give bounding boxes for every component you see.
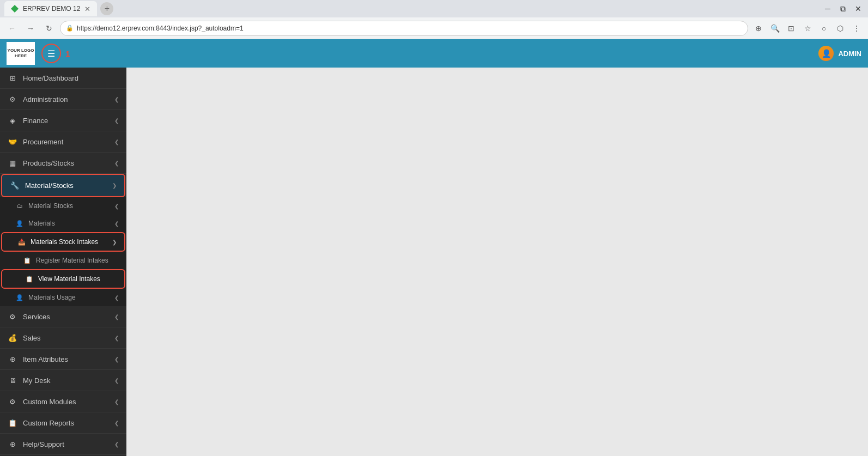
sidebar-item-label: Home/Dashboard bbox=[23, 74, 119, 82]
register-icon: 📋 bbox=[23, 256, 32, 265]
custom-reports-icon: 📋 bbox=[8, 418, 17, 428]
chevron-icon: ❮ bbox=[114, 378, 119, 384]
reload-button[interactable]: ↻ bbox=[41, 21, 57, 36]
view-icon: 📋 bbox=[25, 275, 34, 283]
hamburger-button[interactable]: ☰ bbox=[41, 44, 61, 63]
stock-intakes-icon: 📥 bbox=[17, 238, 26, 246]
sidebar-item-my-desk[interactable]: 🖥 My Desk ❮ bbox=[0, 370, 126, 391]
restore-button[interactable]: ⧉ bbox=[837, 3, 848, 14]
sidebar-item-materials-sub[interactable]: 👤 Materials ❮ bbox=[0, 215, 126, 232]
sidebar-item-label: Administration bbox=[23, 95, 109, 104]
item-attributes-icon: ⊕ bbox=[8, 354, 17, 364]
tab-title: ERPREV DEMO 12 bbox=[23, 5, 80, 13]
help-support-icon: ⊕ bbox=[8, 439, 17, 449]
sub-menu-material-stocks: 🗂 Material Stocks ❮ 👤 Materials ❮ 📥 Mate… bbox=[0, 197, 126, 306]
cast-icon[interactable]: ⊡ bbox=[784, 21, 798, 35]
sidebar-item-custom-reports[interactable]: 📋 Custom Reports ❮ bbox=[0, 412, 126, 434]
sidebar-item-label: My Desk bbox=[23, 376, 109, 385]
sidebar-item-label: Register Material Intakes bbox=[36, 257, 108, 264]
sidebar-item-label: Services bbox=[23, 313, 109, 321]
sidebar-item-custom-modules[interactable]: ⚙ Custom Modules ❮ bbox=[0, 391, 126, 412]
content-area bbox=[126, 68, 868, 456]
sidebar-item-administration[interactable]: ⚙ Administration ❮ bbox=[0, 89, 126, 110]
menu-icon[interactable]: ⋮ bbox=[849, 21, 864, 35]
sidebar-item-label: Material/Stocks bbox=[25, 181, 107, 190]
browser-titlebar: ERPREV DEMO 12 ✕ + ─ ⧉ ✕ bbox=[0, 0, 868, 17]
custom-modules-icon: ⚙ bbox=[8, 397, 17, 406]
sidebar-item-label: Sales bbox=[23, 334, 109, 342]
sidebar: ⊞ Home/Dashboard ⚙ Administration ❮ ◈ Fi… bbox=[0, 68, 126, 456]
services-icon: ⚙ bbox=[8, 312, 17, 321]
sidebar-item-label: Materials Stock Intakes bbox=[31, 238, 98, 246]
url-text: https://demo12.erprev.com:8443/index.jsp… bbox=[77, 25, 244, 32]
finance-icon: ◈ bbox=[8, 115, 17, 125]
sidebar-item-home[interactable]: ⊞ Home/Dashboard bbox=[0, 68, 126, 89]
sidebar-item-label: Item Attributes bbox=[23, 355, 109, 363]
chevron-icon: ❮ bbox=[114, 399, 119, 405]
sidebar-item-label: Products/Stocks bbox=[23, 159, 109, 167]
sidebar-item-label: Procurement bbox=[23, 138, 109, 146]
my-desk-icon: 🖥 bbox=[8, 375, 17, 385]
sidebar-item-sales[interactable]: 💰 Sales ❮ bbox=[0, 327, 126, 349]
products-icon: ▦ bbox=[8, 158, 17, 168]
chevron-icon: ❮ bbox=[114, 221, 119, 227]
app-container: YOUR LOGO HERE ☰ 1 👤 ADMIN ⊞ Home/Dashbo… bbox=[0, 39, 868, 456]
sidebar-item-view-material-intakes[interactable]: 📋 View Material Intakes bbox=[2, 270, 124, 288]
chevron-icon: ❮ bbox=[114, 314, 119, 320]
tab-close-button[interactable]: ✕ bbox=[84, 5, 90, 13]
chevron-icon: ❮ bbox=[114, 160, 119, 166]
browser-tab[interactable]: ERPREV DEMO 12 ✕ bbox=[4, 1, 97, 16]
window-controls: ─ ⧉ ✕ bbox=[822, 3, 864, 14]
sidebar-item-label: Custom Modules bbox=[23, 398, 109, 406]
extensions-icon[interactable]: ⬡ bbox=[833, 21, 847, 35]
minimize-button[interactable]: ─ bbox=[822, 3, 833, 14]
sidebar-item-materials-usage[interactable]: 👤 Materials Usage ❮ bbox=[0, 289, 126, 306]
secure-icon: 🔒 bbox=[66, 25, 74, 32]
profile-icon[interactable]: ○ bbox=[817, 21, 831, 35]
sidebar-item-help-support[interactable]: ⊕ Help/Support ❮ bbox=[0, 434, 126, 455]
sidebar-item-label: Materials bbox=[28, 220, 55, 227]
sidebar-item-item-attributes[interactable]: ⊕ Item Attributes ❮ bbox=[0, 349, 126, 370]
close-button[interactable]: ✕ bbox=[853, 3, 864, 14]
chevron-icon: ❮ bbox=[114, 335, 119, 341]
sidebar-item-products-stocks[interactable]: ▦ Products/Stocks ❮ bbox=[0, 153, 126, 174]
header-right: 👤 ADMIN bbox=[818, 46, 861, 61]
chevron-icon: ❯ bbox=[112, 239, 117, 245]
address-bar[interactable]: 🔒 https://demo12.erprev.com:8443/index.j… bbox=[60, 21, 748, 36]
camera-icon[interactable]: ⊕ bbox=[751, 21, 766, 35]
chevron-icon: ❮ bbox=[114, 356, 119, 362]
zoom-icon[interactable]: 🔍 bbox=[768, 21, 782, 35]
chevron-icon: ❮ bbox=[114, 139, 119, 145]
back-button[interactable]: ← bbox=[4, 21, 20, 36]
sidebar-item-services[interactable]: ⚙ Services ❮ bbox=[0, 306, 126, 327]
bookmark-icon[interactable]: ☆ bbox=[800, 21, 815, 35]
administration-icon: ⚙ bbox=[8, 94, 17, 104]
chevron-icon: ❮ bbox=[114, 118, 119, 124]
procurement-icon: 🤝 bbox=[8, 137, 17, 147]
logo: YOUR LOGO HERE bbox=[7, 42, 35, 65]
materials-usage-icon: 👤 bbox=[15, 293, 24, 302]
sidebar-item-label: View Material Intakes bbox=[38, 275, 100, 283]
sidebar-item-label: Materials Usage bbox=[28, 294, 76, 301]
materials-sub-icon: 👤 bbox=[15, 219, 24, 228]
sales-icon: 💰 bbox=[8, 333, 17, 343]
sidebar-item-finance[interactable]: ◈ Finance ❮ bbox=[0, 110, 126, 131]
chevron-icon: ❮ bbox=[114, 441, 119, 447]
sidebar-item-material-stocks[interactable]: 🔧 Material/Stocks ❯ bbox=[2, 175, 124, 196]
hamburger-icon: ☰ bbox=[47, 48, 55, 59]
sidebar-item-procurement[interactable]: 🤝 Procurement ❮ bbox=[0, 131, 126, 153]
browser-toolbar: ← → ↻ 🔒 https://demo12.erprev.com:8443/i… bbox=[0, 17, 868, 39]
sidebar-item-label: Finance bbox=[23, 117, 109, 125]
sidebar-item-materials-stock-intakes[interactable]: 📥 Materials Stock Intakes ❯ bbox=[2, 233, 124, 251]
tab-favicon bbox=[11, 5, 19, 13]
material-stocks-icon: 🔧 bbox=[10, 180, 20, 190]
forward-button[interactable]: → bbox=[23, 21, 38, 36]
chevron-icon: ❮ bbox=[114, 420, 119, 426]
main-content: ⊞ Home/Dashboard ⚙ Administration ❮ ◈ Fi… bbox=[0, 68, 868, 456]
sidebar-item-label: Custom Reports bbox=[23, 419, 109, 427]
chevron-icon: ❯ bbox=[112, 183, 117, 189]
sidebar-item-register-material-intakes[interactable]: 📋 Register Material Intakes bbox=[0, 252, 126, 269]
annotation-1: 1 bbox=[65, 49, 70, 58]
sidebar-item-material-stocks-sub[interactable]: 🗂 Material Stocks ❮ bbox=[0, 197, 126, 215]
new-tab-button[interactable]: + bbox=[100, 2, 113, 15]
